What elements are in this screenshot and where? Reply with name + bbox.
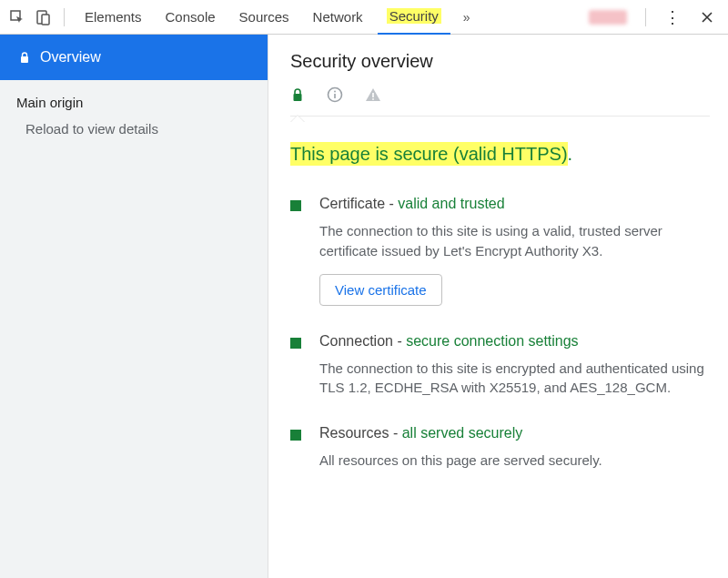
resources-desc: All resources on this page are served se… xyxy=(319,451,710,471)
lock-secure-icon xyxy=(290,87,305,102)
page-title: Security overview xyxy=(290,51,710,72)
sidebar-reload-hint: Reload to view details xyxy=(0,114,268,137)
connection-title: Connection - secure connection settings xyxy=(319,333,710,350)
close-icon[interactable] xyxy=(693,11,721,24)
certificate-title: Certificate - valid and trusted xyxy=(319,196,710,212)
tab-sources[interactable]: Sources xyxy=(230,0,298,35)
certificate-item: Certificate - valid and trusted The conn… xyxy=(290,196,710,306)
status-square-icon xyxy=(290,338,301,349)
connection-item: Connection - secure connection settings … xyxy=(290,333,710,399)
security-main: Security overview This page is secure (v… xyxy=(268,35,728,578)
sidebar-item-overview[interactable]: Overview xyxy=(0,35,268,80)
divider xyxy=(645,8,646,26)
devtools-toolbar: Elements Console Sources Network Securit… xyxy=(0,0,728,35)
sidebar-overview-label: Overview xyxy=(40,49,101,66)
warning-icon xyxy=(365,86,381,103)
info-icon xyxy=(327,86,343,103)
resources-title: Resources - all served securely xyxy=(319,425,710,441)
security-status: This page is secure (valid HTTPS). xyxy=(290,144,572,165)
svg-rect-3 xyxy=(21,56,28,63)
redacted-region xyxy=(589,10,627,25)
connection-desc: The connection to this site is encrypted… xyxy=(319,359,710,399)
security-sidebar: Overview Main origin Reload to view deta… xyxy=(0,35,268,578)
device-toggle-icon[interactable] xyxy=(33,7,53,27)
status-square-icon xyxy=(290,200,301,211)
tab-security[interactable]: Security xyxy=(378,0,450,35)
svg-rect-8 xyxy=(372,98,374,100)
resources-item: Resources - all served securely All reso… xyxy=(290,425,710,471)
menu-icon[interactable]: ⋮ xyxy=(657,7,688,27)
tab-network[interactable]: Network xyxy=(304,0,372,35)
lock-icon xyxy=(18,51,31,64)
more-tabs-icon[interactable]: » xyxy=(456,10,478,25)
certificate-desc: The connection to this site is using a v… xyxy=(319,221,710,261)
divider xyxy=(64,8,65,26)
inspect-icon[interactable] xyxy=(7,7,27,27)
tab-elements[interactable]: Elements xyxy=(76,0,151,35)
svg-rect-7 xyxy=(372,93,374,97)
status-square-icon xyxy=(290,430,301,441)
svg-rect-2 xyxy=(42,15,49,25)
svg-rect-4 xyxy=(294,94,302,101)
tab-console[interactable]: Console xyxy=(157,0,225,35)
security-state-icons xyxy=(290,83,710,117)
svg-point-6 xyxy=(334,91,336,93)
sidebar-main-origin[interactable]: Main origin xyxy=(0,80,268,114)
view-certificate-button[interactable]: View certificate xyxy=(319,274,442,306)
